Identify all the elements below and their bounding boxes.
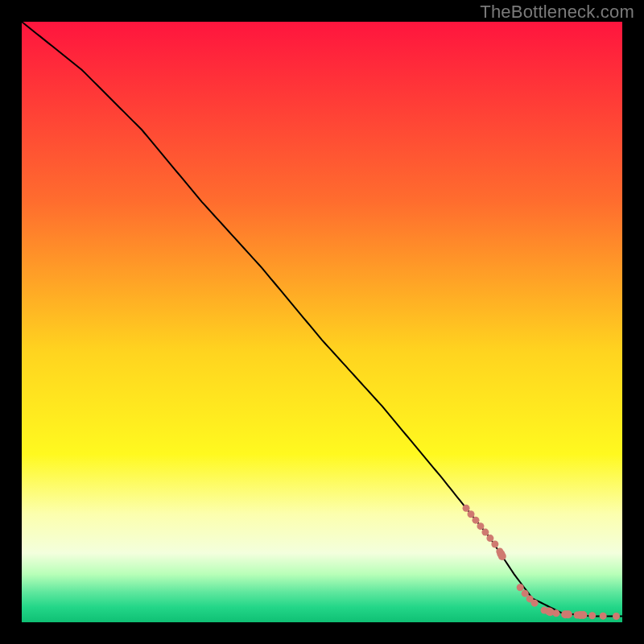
marker-point bbox=[522, 590, 529, 597]
marker-point bbox=[481, 529, 489, 536]
watermark-text: TheBottleneck.com bbox=[480, 2, 634, 23]
marker-point bbox=[600, 613, 607, 620]
chart-svg bbox=[22, 22, 622, 622]
marker-point bbox=[477, 522, 484, 530]
marker-point bbox=[580, 611, 588, 619]
marker-point bbox=[498, 552, 506, 560]
chart-background bbox=[22, 22, 622, 622]
marker-point bbox=[486, 535, 493, 542]
marker-point bbox=[564, 610, 572, 618]
plot-area bbox=[22, 22, 622, 622]
marker-point bbox=[588, 612, 596, 619]
chart-frame: TheBottleneck.com bbox=[0, 0, 644, 644]
marker-point bbox=[552, 609, 559, 617]
marker-point bbox=[472, 517, 479, 524]
marker-point bbox=[463, 505, 470, 512]
marker-point bbox=[491, 541, 498, 548]
marker-point bbox=[517, 584, 524, 591]
marker-point bbox=[613, 613, 620, 620]
marker-point bbox=[531, 600, 539, 607]
marker-point bbox=[468, 510, 475, 518]
